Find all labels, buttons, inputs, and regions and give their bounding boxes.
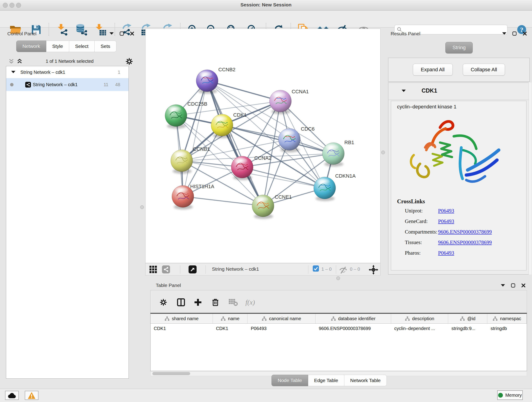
control-panel-close-icon[interactable] <box>130 32 134 36</box>
column-label: canonical name <box>269 316 301 321</box>
memory-button[interactable]: Memory <box>497 390 523 400</box>
crosslink-link[interactable]: 9606.ENSP00000378699 <box>438 240 492 245</box>
results-panel-collapse-icon[interactable] <box>502 32 506 35</box>
network-overview-icon[interactable] <box>162 265 170 274</box>
clear-table-icon[interactable] <box>227 296 239 308</box>
column-header-canonical-name[interactable]: canonical name <box>247 314 316 323</box>
results-actions-box: Expand All Collapse All <box>388 58 530 82</box>
function-builder-icon[interactable]: f(x) <box>244 296 256 308</box>
control-panel-tabs: NetworkStyleSelectSets <box>16 41 116 52</box>
column-type-icon <box>493 316 498 321</box>
delete-column-icon[interactable] <box>209 296 221 308</box>
crosslink-link[interactable]: P06493 <box>438 250 454 256</box>
column-header-@id[interactable]: @id <box>448 314 487 323</box>
right-splitter-handle[interactable] <box>381 151 385 154</box>
table-settings-gear-icon[interactable] <box>157 296 169 308</box>
results-panel-float-icon[interactable] <box>512 32 517 36</box>
control-panel: Control Panel NetworkStyleSelectSets 1 o… <box>2 29 138 387</box>
tab-network-table[interactable]: Network Table <box>344 375 387 386</box>
table-cell: cyclin–dependent ... <box>391 324 448 333</box>
show-columns-icon[interactable] <box>175 296 187 308</box>
network-label: String Network – cdk1 <box>33 82 78 87</box>
tab-sets[interactable]: Sets <box>95 41 116 52</box>
network-node-CCNA2[interactable] <box>231 156 253 180</box>
main-toolbar: ? <box>0 11 532 27</box>
bottom-splitter-handle[interactable] <box>336 276 340 280</box>
column-header-database-identifier[interactable]: database identifier <box>316 314 391 323</box>
crosslink-link[interactable]: 9606.ENSP00000378699 <box>438 229 492 235</box>
table-row[interactable]: CDK1CDK1P064939606.ENSP00000378699cyclin… <box>151 324 527 333</box>
network-options-gear-icon[interactable] <box>126 58 133 65</box>
collapse-all-button[interactable]: Collapse All <box>463 64 505 76</box>
birdseye-view-icon[interactable] <box>149 265 157 274</box>
node-label-CCNE1: CCNE1 <box>275 194 292 200</box>
column-type-icon <box>165 316 170 321</box>
control-panel-float-icon[interactable] <box>120 32 124 36</box>
node-label-CCNB2: CCNB2 <box>218 67 235 72</box>
expand-all-button[interactable]: Expand All <box>413 64 453 76</box>
network-node-CCNA1[interactable] <box>269 90 291 114</box>
crosslinks-title: CrossLinks <box>397 198 425 205</box>
node-label-RB1: RB1 <box>344 140 354 145</box>
column-type-icon <box>262 316 267 321</box>
network-collection-row[interactable]: String Network – cdk1 1 <box>6 66 128 78</box>
node-label-CCNA2: CCNA2 <box>254 155 272 161</box>
table-h-scrollbar-thumb[interactable] <box>152 372 190 375</box>
column-header-name[interactable]: name <box>213 314 248 323</box>
tab-node-table[interactable]: Node Table <box>272 375 308 386</box>
table-panel-collapse-icon[interactable] <box>501 284 505 287</box>
network-type-icon <box>25 82 31 88</box>
memory-label: Memory <box>505 393 522 398</box>
cloud-status-button[interactable] <box>5 391 19 400</box>
control-panel-collapse-icon[interactable] <box>109 32 114 35</box>
table-cell: 9606.ENSP00000378699 <box>316 324 391 333</box>
tab-network[interactable]: Network <box>16 41 46 52</box>
table-panel-float-icon[interactable] <box>511 283 515 288</box>
network-node-CDC6[interactable] <box>278 128 300 153</box>
export-view-icon[interactable] <box>189 265 196 274</box>
tab-edge-table[interactable]: Edge Table <box>308 375 344 386</box>
collection-expander-icon[interactable] <box>11 71 15 73</box>
selected-elements-checkbox[interactable] <box>313 265 319 272</box>
crosslink-link[interactable]: P06493 <box>438 208 454 214</box>
tab-string[interactable]: String <box>445 42 473 53</box>
tab-style[interactable]: Style <box>46 41 69 52</box>
add-column-icon[interactable] <box>192 296 204 308</box>
network-tree: String Network – cdk1 1 String Network –… <box>6 66 129 379</box>
network-node-CDK1[interactable] <box>211 114 233 138</box>
results-scrollbar[interactable] <box>529 83 532 274</box>
network-node-CDC25B[interactable] <box>165 104 187 128</box>
network-edge[interactable] <box>183 196 263 206</box>
network-selection-status: 1 of 1 Network selected <box>2 59 138 64</box>
table-panel-close-icon[interactable] <box>521 283 526 288</box>
network-node-CCNE1[interactable] <box>252 195 274 219</box>
title-bar: Session: New Session <box>0 0 532 11</box>
column-label: shared name <box>172 316 199 321</box>
gene-section-expander-icon[interactable] <box>402 89 406 92</box>
status-bar: Memory <box>0 389 532 402</box>
network-row-selected[interactable]: String Network – cdk1 11 48 <box>6 78 128 91</box>
tab-select[interactable]: Select <box>69 41 95 52</box>
network-node-CDKN1A[interactable] <box>314 177 336 201</box>
hidden-elements-icon[interactable] <box>339 266 348 274</box>
crosslink-link[interactable]: P06493 <box>438 218 454 224</box>
table-tabs: Node TableEdge TableNetwork Table <box>272 375 387 386</box>
network-node-RB1[interactable] <box>322 143 344 167</box>
network-node-CCNB1[interactable] <box>171 150 193 174</box>
results-panel: Results Panel String Expand All Collapse… <box>385 29 532 281</box>
column-header-description[interactable]: description <box>391 314 448 323</box>
network-node-CCNB2[interactable] <box>196 70 218 94</box>
pan-tool-icon[interactable] <box>369 265 378 274</box>
network-edge[interactable] <box>207 81 263 206</box>
network-canvas[interactable]: CCNB2CCNA1CDC25BCDK1CDC6RB1CCNB1CCNA2CDK… <box>145 29 380 263</box>
node-label-HIST1H1A: HIST1H1A <box>190 184 214 189</box>
column-header-namespac[interactable]: namespac <box>487 314 527 323</box>
left-splitter-handle[interactable] <box>140 205 144 209</box>
column-header-shared-name[interactable]: shared name <box>151 314 213 323</box>
gene-details: cyclin–dependent kinase 1 <box>391 101 526 270</box>
gene-section-header[interactable]: CDK1 <box>388 83 530 100</box>
network-edge[interactable] <box>183 81 207 196</box>
results-panel-close-icon[interactable] <box>523 32 527 36</box>
warnings-button[interactable] <box>25 391 38 400</box>
table-panel: Table Panel f(x) shared namenamecanonica… <box>145 282 531 387</box>
